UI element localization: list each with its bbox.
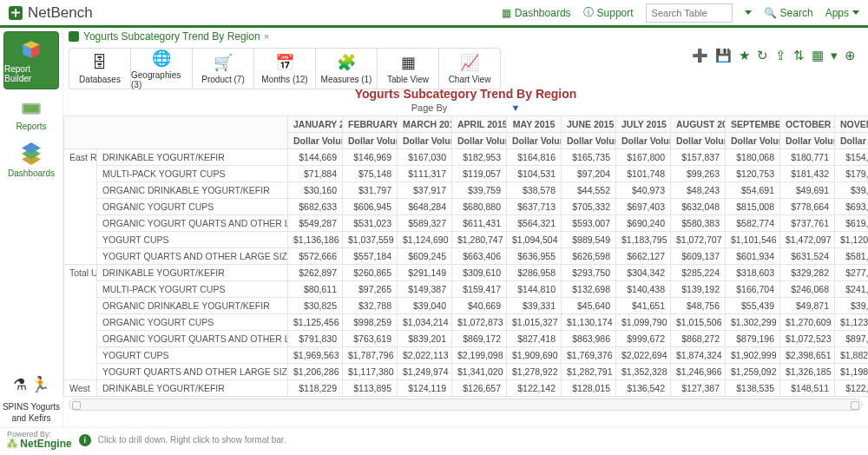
value-cell[interactable]: $637,713 [507,199,562,215]
value-cell[interactable]: $564,321 [507,215,562,232]
value-cell[interactable]: $581,805 [835,248,869,265]
add-icon[interactable]: ➕ [692,48,708,63]
value-cell[interactable]: $868,272 [671,331,726,347]
value-cell[interactable]: $1,902,999 [726,347,780,364]
value-cell[interactable]: $2,398,651 [780,347,835,364]
value-cell[interactable]: $1,125,456 [288,314,343,331]
value-cell[interactable]: $122,794 [835,380,869,397]
value-cell[interactable]: $48,243 [671,182,726,199]
value-cell[interactable]: $157,837 [671,149,726,166]
value-cell[interactable]: $179,716 [835,166,869,182]
value-cell[interactable]: $1,278,922 [507,364,562,380]
value-cell[interactable]: $580,383 [671,215,726,232]
value-cell[interactable]: $128,015 [562,380,616,397]
value-cell[interactable]: $124,119 [398,380,452,397]
value-cell[interactable]: $1,280,747 [452,232,507,248]
value-cell[interactable]: $80,611 [288,281,343,298]
value-cell[interactable]: $119,057 [452,166,507,182]
col-header[interactable]: AUGUST 2015 [671,116,726,133]
value-cell[interactable]: $30,825 [288,298,343,314]
product-cell[interactable]: YOGURT CUPS [97,347,288,364]
value-cell[interactable]: $291,149 [398,265,452,281]
value-cell[interactable]: $737,761 [780,215,835,232]
value-cell[interactable]: $1,341,020 [452,364,507,380]
value-cell[interactable]: $1,472,097 [780,232,835,248]
value-cell[interactable]: $1,101,546 [726,232,780,248]
value-cell[interactable]: $39,040 [398,298,452,314]
value-cell[interactable]: $149,387 [398,281,452,298]
value-cell[interactable]: $680,880 [452,199,507,215]
value-cell[interactable]: $71,884 [288,166,343,182]
value-cell[interactable]: $1,183,795 [616,232,671,248]
value-cell[interactable]: $304,342 [616,265,671,281]
col-header[interactable]: JUNE 2015 [562,116,616,133]
value-cell[interactable]: $127,387 [671,380,726,397]
product-cell[interactable]: DRINKABLE YOGURT/KEFIR [97,149,288,166]
tool-databases[interactable]: 🗄Databases [69,48,131,89]
value-cell[interactable]: $39,331 [507,298,562,314]
value-cell[interactable]: $55,439 [726,298,780,314]
value-cell[interactable]: $1,874,324 [671,347,726,364]
h-scrollbar[interactable] [69,399,863,411]
value-cell[interactable]: $1,198,144 [835,364,869,380]
value-cell[interactable]: $1,037,559 [343,232,398,248]
value-cell[interactable]: $609,137 [671,248,726,265]
value-cell[interactable]: $589,327 [398,215,452,232]
col-header[interactable]: OCTOBER 2015 [780,116,835,133]
product-cell[interactable]: DRINKABLE YOGURT/KEFIR [97,380,288,397]
value-cell[interactable]: $609,245 [398,248,452,265]
value-cell[interactable]: $54,691 [726,182,780,199]
search-caret-icon[interactable] [745,10,752,15]
region-cell[interactable]: Total U.S. [64,265,97,380]
value-cell[interactable]: $1,015,327 [507,314,562,331]
col-header[interactable]: NOVEMBER 2015 [835,116,869,133]
target-icon[interactable]: ⊕ [845,48,856,63]
value-cell[interactable]: $1,130,174 [562,314,616,331]
value-cell[interactable]: $601,934 [726,248,780,265]
value-cell[interactable]: $1,123,411 [835,314,869,331]
value-cell[interactable]: $38,578 [507,182,562,199]
value-cell[interactable]: $531,023 [343,215,398,232]
value-cell[interactable]: $1,117,380 [343,364,398,380]
value-cell[interactable]: $49,871 [780,298,835,314]
value-cell[interactable]: $48,756 [671,298,726,314]
value-cell[interactable]: $329,282 [780,265,835,281]
value-cell[interactable]: $113,895 [343,380,398,397]
product-cell[interactable]: MULTI-PACK YOGURT CUPS [97,281,288,298]
value-cell[interactable]: $40,973 [616,182,671,199]
data-row[interactable]: YOGURT CUPS$1,136,186$1,037,559$1,124,69… [64,232,869,248]
value-cell[interactable]: $262,897 [288,265,343,281]
region-cell[interactable]: East Region [64,149,97,265]
value-cell[interactable]: $663,406 [452,248,507,265]
run-icon[interactable]: ⚗ [13,375,27,394]
col-header[interactable]: MARCH 2015 [398,116,452,133]
page-by-arrow-icon[interactable]: ▼ [510,102,520,113]
value-cell[interactable]: $662,127 [616,248,671,265]
value-cell[interactable]: $309,610 [452,265,507,281]
col-header[interactable]: SEPTEMBER 2015 [726,116,780,133]
product-cell[interactable]: YOGURT QUARTS AND OTHER LARGE SIZES [97,364,288,380]
value-cell[interactable]: $241,982 [835,281,869,298]
value-cell[interactable]: $286,958 [507,265,562,281]
product-cell[interactable]: ORGANIC YOGURT QUARTS AND OTHER LARGE SI… [97,331,288,347]
value-cell[interactable]: $30,160 [288,182,343,199]
value-cell[interactable]: $1,882,016 [835,347,869,364]
value-cell[interactable]: $41,651 [616,298,671,314]
value-cell[interactable]: $879,196 [726,331,780,347]
data-row[interactable]: ORGANIC YOGURT CUPS$682,633$606,945$648,… [64,199,869,215]
value-cell[interactable]: $44,552 [562,182,616,199]
value-cell[interactable]: $619,305 [835,215,869,232]
value-cell[interactable]: $101,748 [616,166,671,182]
value-cell[interactable]: $998,259 [343,314,398,331]
value-cell[interactable]: $572,666 [288,248,343,265]
data-row[interactable]: ORGANIC YOGURT CUPS$1,125,456$998,259$1,… [64,314,869,331]
value-cell[interactable]: $31,797 [343,182,398,199]
col-header[interactable]: JANUARY 2015 [288,116,343,133]
nav-dashboards[interactable]: ▦ Dashboards [502,7,571,19]
value-cell[interactable]: $582,774 [726,215,780,232]
value-cell[interactable]: $1,072,873 [452,314,507,331]
tool-table-view[interactable]: ▦Table View [377,48,439,89]
nav-left-dashboards[interactable]: Dashboards [3,136,59,183]
value-cell[interactable]: $606,945 [343,199,398,215]
value-cell[interactable]: $1,909,690 [507,347,562,364]
